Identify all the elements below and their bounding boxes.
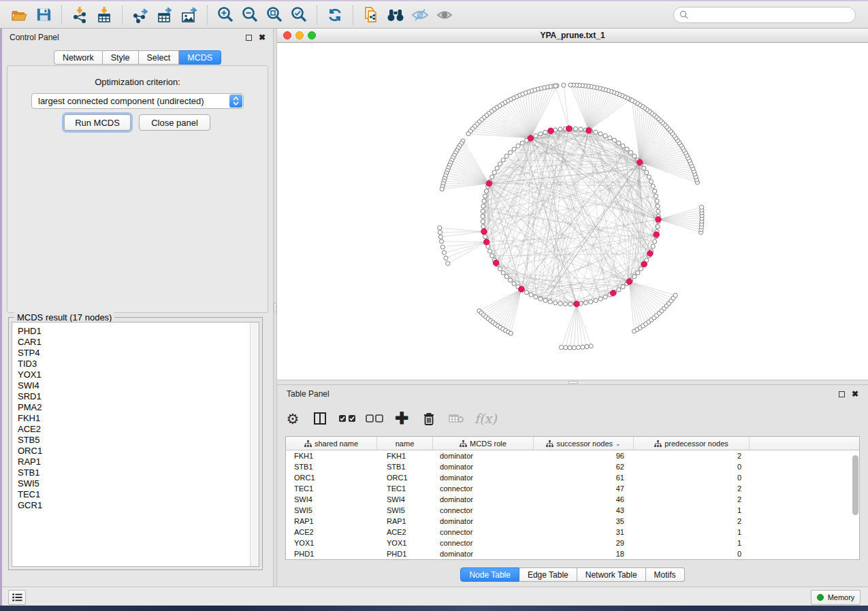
splitter-grip[interactable] <box>274 303 276 312</box>
graph-node[interactable] <box>512 147 516 151</box>
mcds-result-item[interactable]: ORC1 <box>18 446 259 457</box>
graph-leaf-node[interactable] <box>440 187 444 191</box>
graph-node[interactable] <box>636 271 640 275</box>
graph-leaf-node[interactable] <box>438 235 443 239</box>
table-row[interactable]: PHD1PHD1dominator180 <box>286 548 859 559</box>
table-row[interactable]: FKH1FKH1dominator962 <box>286 450 859 461</box>
graph-leaf-node[interactable] <box>446 261 450 265</box>
graph-node[interactable] <box>553 301 557 305</box>
graph-leaf-node[interactable] <box>589 344 593 348</box>
graph-node[interactable] <box>481 219 485 223</box>
export-image-button[interactable] <box>177 4 202 26</box>
graph-node[interactable] <box>573 127 577 131</box>
graph-node[interactable] <box>483 235 487 239</box>
graph-leaf-node[interactable] <box>438 226 442 230</box>
minimize-window-icon[interactable] <box>295 31 304 39</box>
mcds-result-list[interactable]: PHD1CAR1STP4TID3YOX1SWI4SRD1PMA2FKH1ACE2… <box>12 322 259 567</box>
graph-node[interactable] <box>483 194 487 198</box>
graph-node[interactable] <box>647 175 651 179</box>
show-all-button[interactable] <box>432 4 457 26</box>
table-row[interactable]: SWI4SWI4dominator462 <box>286 494 859 505</box>
graph-node[interactable] <box>512 282 516 286</box>
search-input[interactable] <box>692 10 850 20</box>
float-panel-icon[interactable] <box>839 391 845 397</box>
graph-leaf-node[interactable] <box>572 346 576 350</box>
graph-leaf-node[interactable] <box>444 256 448 260</box>
graph-node[interactable] <box>589 299 593 303</box>
delete-column-button[interactable] <box>420 408 438 429</box>
graph-node[interactable] <box>495 166 499 170</box>
mcds-result-item[interactable]: GCR1 <box>18 500 259 511</box>
mcds-result-item[interactable]: SWI5 <box>18 478 259 489</box>
graph-node[interactable] <box>621 284 625 288</box>
graph-node[interactable] <box>481 204 485 208</box>
graph-node[interactable] <box>608 136 612 140</box>
mcds-result-item[interactable]: SRD1 <box>18 391 259 402</box>
graph-hub-node[interactable] <box>483 239 489 245</box>
graph-hub-node[interactable] <box>528 135 534 142</box>
graph-leaf-node[interactable] <box>581 345 585 349</box>
run-mcds-button[interactable]: Run MCDS <box>64 114 131 131</box>
table-row[interactable]: TEC1TEC1connector472 <box>286 483 859 494</box>
maximize-window-icon[interactable] <box>308 31 316 39</box>
graph-leaf-node[interactable] <box>568 346 572 350</box>
graph-hub-node[interactable] <box>481 229 487 235</box>
table-settings-button[interactable]: ⚙ <box>284 408 302 429</box>
graph-leaf-node[interactable] <box>466 131 470 135</box>
zoom-selected-button[interactable] <box>287 4 311 26</box>
tab-network[interactable]: Network <box>54 50 103 65</box>
import-network-button[interactable] <box>67 4 92 26</box>
graph-node[interactable] <box>548 299 552 303</box>
graph-node[interactable] <box>543 130 547 134</box>
table-row[interactable]: RAP1RAP1dominator352 <box>286 516 859 527</box>
open-file-button[interactable] <box>7 4 31 26</box>
table-row[interactable]: YOX1YOX1connector291 <box>286 538 859 548</box>
graph-node[interactable] <box>501 271 505 275</box>
export-network-button[interactable] <box>128 4 152 26</box>
column-header-predecessor-nodes[interactable]: predecessor nodes <box>634 437 750 450</box>
graph-node[interactable] <box>484 189 488 193</box>
binoculars-button[interactable] <box>383 4 408 26</box>
float-panel-icon[interactable] <box>246 35 252 41</box>
graph-node[interactable] <box>558 301 562 306</box>
graph-node[interactable] <box>492 170 496 174</box>
graph-leaf-node[interactable] <box>438 230 442 234</box>
graph-leaf-node[interactable] <box>442 250 446 254</box>
import-table-button[interactable] <box>92 4 116 26</box>
graph-node[interactable] <box>579 127 583 131</box>
graph-node[interactable] <box>612 138 616 142</box>
zoom-in-button[interactable] <box>213 4 238 26</box>
close-panel-icon[interactable]: ✖ <box>852 390 858 398</box>
graph-node[interactable] <box>621 144 625 148</box>
graph-node[interactable] <box>482 199 486 203</box>
graph-node[interactable] <box>656 209 660 213</box>
column-header-name[interactable]: name <box>377 437 433 450</box>
tab-mcds[interactable]: MCDS <box>179 50 221 65</box>
mcds-result-item[interactable]: RAP1 <box>18 457 259 467</box>
mcds-result-item[interactable]: PMA2 <box>18 402 259 413</box>
graph-node[interactable] <box>642 166 646 170</box>
optimization-criterion-select[interactable]: largest connected component (undirected) <box>31 93 244 109</box>
graph-hub-node[interactable] <box>566 126 572 132</box>
tab-network-table[interactable]: Network Table <box>577 567 646 582</box>
tab-node-table[interactable]: Node Table <box>460 567 519 582</box>
mcds-result-item[interactable]: ACE2 <box>18 424 259 435</box>
destroy-table-button[interactable] <box>447 408 465 429</box>
column-header-MCDS-role[interactable]: MCDS role <box>433 437 534 450</box>
graph-node[interactable] <box>490 175 494 179</box>
graph-node[interactable] <box>539 297 543 301</box>
graph-hub-node[interactable] <box>519 286 525 293</box>
horizontal-splitter[interactable] <box>277 380 868 385</box>
graph-node[interactable] <box>603 133 607 137</box>
graph-node[interactable] <box>516 144 520 148</box>
graph-node[interactable] <box>529 293 533 297</box>
show-panels-menu-button[interactable] <box>8 590 26 605</box>
export-table-button[interactable] <box>152 4 177 26</box>
deselect-all-rows-button[interactable] <box>366 408 383 429</box>
create-column-button[interactable]: ✚ <box>393 408 411 429</box>
tab-style[interactable]: Style <box>103 50 139 65</box>
save-session-button[interactable] <box>31 4 56 26</box>
graph-leaf-node[interactable] <box>673 293 677 297</box>
graph-node[interactable] <box>594 298 598 302</box>
graph-leaf-node[interactable] <box>568 83 573 87</box>
